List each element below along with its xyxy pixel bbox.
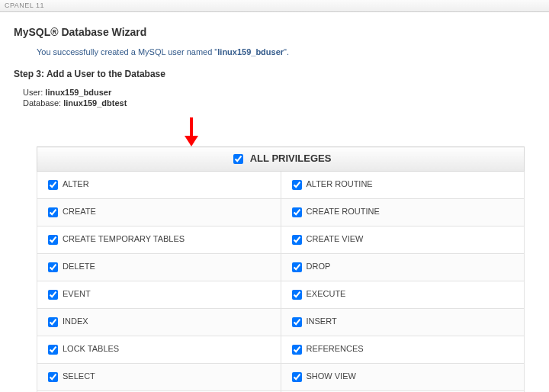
privilege-cell: EVENT [37, 281, 281, 309]
table-row: CREATE TEMPORARY TABLESCREATE VIEW [37, 227, 525, 254]
privilege-label: LOCK TABLES [63, 344, 119, 353]
privileges-table: ALL PRIVILEGES ALTERALTER ROUTINECREATEC… [37, 146, 525, 392]
created-user-name: linux159_bduser [217, 47, 284, 56]
privilege-cell: CREATE ROUTINE [281, 199, 525, 227]
privilege-cell: REFERENCES [281, 336, 525, 364]
table-row: CREATECREATE ROUTINE [37, 199, 525, 227]
privilege-checkbox[interactable] [48, 262, 58, 272]
all-privileges-header: ALL PRIVILEGES [37, 147, 525, 172]
step-heading: Step 3: Add a User to the Database [14, 69, 535, 79]
user-value: linux159_bduser [45, 88, 111, 97]
privilege-checkbox[interactable] [48, 207, 58, 217]
all-privileges-checkbox[interactable] [233, 154, 243, 164]
privilege-checkbox[interactable] [292, 317, 302, 327]
table-row: EVENTEXECUTE [37, 281, 525, 309]
annotation-arrow-down [180, 116, 203, 146]
privilege-label: REFERENCES [307, 344, 364, 353]
privilege-cell: INSERT [281, 309, 525, 336]
privilege-cell: CREATE TEMPORARY TABLES [37, 227, 281, 254]
db-value: linux159_dbtest [63, 98, 127, 108]
privilege-checkbox[interactable] [292, 180, 302, 190]
page-title: MySQL® Database Wizard [14, 26, 535, 38]
success-prefix: You successfully created a MySQL user na… [37, 47, 217, 56]
privilege-cell: SHOW VIEW [281, 364, 525, 391]
privilege-checkbox[interactable] [48, 345, 58, 355]
privilege-checkbox[interactable] [48, 317, 58, 327]
privilege-label: INDEX [63, 316, 88, 326]
privilege-label: DROP [307, 262, 331, 271]
user-db-block: User: linux159_bduser Database: linux159… [23, 87, 535, 108]
privilege-label: DELETE [63, 262, 95, 271]
privilege-cell: CREATE VIEW [281, 227, 525, 254]
privilege-cell: SELECT [37, 364, 281, 391]
privilege-cell: LOCK TABLES [37, 336, 281, 364]
privilege-cell: CREATE [37, 199, 281, 227]
table-row: DELETEDROP [37, 254, 525, 281]
top-bar-label: CPANEL 11 [5, 2, 44, 9]
privilege-checkbox[interactable] [292, 345, 302, 355]
privilege-label: SELECT [63, 371, 95, 381]
privilege-checkbox[interactable] [48, 372, 58, 382]
privilege-label: CREATE VIEW [307, 234, 364, 243]
privilege-label: ALTER ROUTINE [307, 179, 373, 188]
all-privileges-label: ALL PRIVILEGES [250, 153, 332, 164]
success-suffix: ". [284, 47, 289, 56]
db-label: Database: [23, 98, 61, 108]
privilege-checkbox[interactable] [292, 207, 302, 217]
privilege-checkbox[interactable] [292, 262, 302, 272]
privilege-label: EVENT [63, 289, 91, 298]
privilege-label: EXECUTE [307, 289, 346, 298]
privilege-cell: INDEX [37, 309, 281, 336]
privilege-label: SHOW VIEW [307, 371, 356, 381]
privilege-checkbox[interactable] [292, 290, 302, 300]
privilege-checkbox[interactable] [292, 372, 302, 382]
privilege-label: CREATE ROUTINE [307, 207, 380, 216]
table-row: ALTERALTER ROUTINE [37, 172, 525, 199]
table-row: SELECTSHOW VIEW [37, 364, 525, 391]
privilege-label: CREATE TEMPORARY TABLES [63, 234, 185, 243]
privilege-cell: DROP [281, 254, 525, 281]
privilege-checkbox[interactable] [48, 180, 58, 190]
privilege-label: CREATE [63, 207, 96, 216]
privilege-cell: ALTER [37, 172, 281, 199]
success-message: You successfully created a MySQL user na… [37, 47, 535, 56]
user-label: User: [23, 88, 43, 97]
privilege-cell: ALTER ROUTINE [281, 172, 525, 199]
privilege-label: INSERT [307, 316, 337, 326]
privilege-label: ALTER [63, 179, 89, 188]
privilege-checkbox[interactable] [48, 235, 58, 245]
privilege-cell: EXECUTE [281, 281, 525, 309]
privilege-checkbox[interactable] [292, 235, 302, 245]
top-bar: CPANEL 11 [0, 0, 549, 12]
table-row: INDEXINSERT [37, 309, 525, 336]
privilege-checkbox[interactable] [48, 290, 58, 300]
privilege-cell: DELETE [37, 254, 281, 281]
svg-marker-1 [185, 136, 198, 146]
table-row: LOCK TABLESREFERENCES [37, 336, 525, 364]
